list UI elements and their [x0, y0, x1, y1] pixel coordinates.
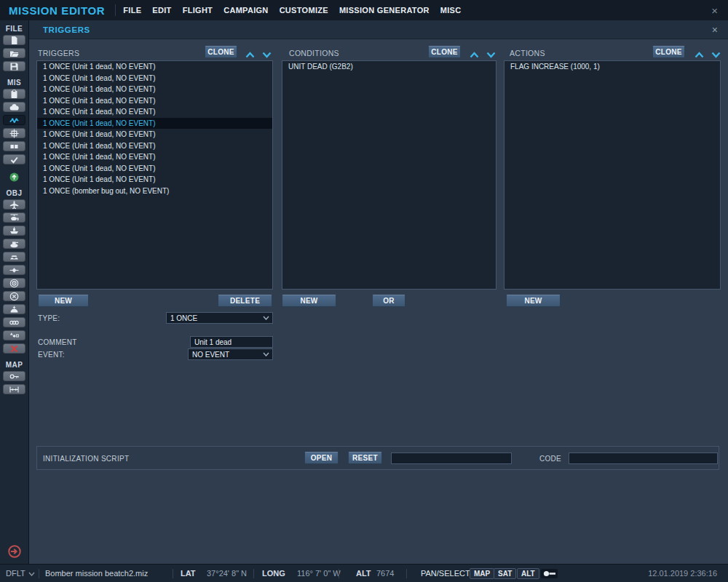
conditions-clone-button[interactable]: CLONE [428, 46, 461, 58]
list-item[interactable]: 1 ONCE (Unit 1 dead, NO EVENT) [37, 84, 272, 95]
long-value: 116° 7' 0" W [297, 565, 341, 582]
comment-label: COMMENT [38, 338, 77, 346]
menu-misc[interactable]: MISC [440, 6, 462, 15]
farp-button[interactable] [3, 304, 25, 314]
titlebar: MISSION EDITOR FILEEDITFLIGHTCAMPAIGNCUS… [0, 0, 728, 20]
airplane-icon [9, 200, 19, 210]
generator-button[interactable] [3, 128, 25, 138]
event-select[interactable]: NO EVENT [188, 348, 273, 360]
event-label: EVENT: [38, 351, 65, 359]
initial-point-button[interactable] [3, 291, 25, 301]
initialization-script-strip: INITIALIZATION SCRIPT OPEN RESET CODE [36, 446, 719, 470]
comment-input[interactable] [190, 336, 273, 348]
panel-close-icon[interactable]: × [712, 24, 718, 36]
type-select-value: 1 ONCE [167, 314, 197, 322]
weather-button[interactable] [3, 102, 25, 112]
triggers-panel: TRIGGERS CLONE 1 ONCE (Unit 1 dead, NO E… [29, 39, 728, 564]
ship-button[interactable] [3, 226, 25, 236]
generator-icon [9, 129, 19, 138]
erase-button[interactable] [3, 343, 25, 354]
map-key-icon [9, 372, 19, 381]
trigger-new-button[interactable]: NEW [38, 295, 89, 307]
window-close-icon[interactable]: × [711, 5, 718, 16]
conditions-move-up-button[interactable] [469, 49, 480, 57]
profile-select[interactable]: DFLT [6, 565, 35, 582]
conditions-column-label: CONDITIONS [289, 49, 339, 57]
list-item[interactable]: 1 ONCE (Unit 1 dead, NO EVENT) [37, 129, 272, 140]
list-item[interactable]: 1 ONCE (bomber bug out, NO EVENT) [37, 186, 272, 197]
new-file-button[interactable] [3, 35, 25, 45]
list-item[interactable]: 1 ONCE (Unit 1 dead, NO EVENT) [37, 151, 272, 163]
sat-layer-button[interactable]: SAT [494, 568, 516, 579]
triggers-button[interactable] [3, 115, 25, 125]
ruler-button[interactable] [3, 384, 25, 394]
conditions-move-down-button[interactable] [486, 49, 496, 57]
list-item[interactable]: 1 ONCE (Unit 1 dead, NO EVENT) [37, 174, 272, 186]
initial-point-icon [9, 292, 19, 301]
sidebar-section-map: MAP [6, 361, 23, 369]
alt-value: 7674 [376, 565, 394, 582]
alt-layer-button[interactable]: ALT [517, 568, 539, 579]
list-item[interactable]: FLAG INCREASE (1000, 1) [505, 61, 720, 73]
list-item[interactable]: UNIT DEAD (G2B2) [282, 61, 496, 73]
shapes-button[interactable] [3, 330, 25, 340]
condition-or-button[interactable]: OR [372, 295, 405, 307]
exit-icon [8, 548, 21, 560]
failures-button[interactable] [3, 141, 25, 151]
action-new-button[interactable]: NEW [506, 295, 561, 307]
list-item[interactable]: 1 ONCE (Unit 1 dead, NO EVENT) [37, 73, 272, 84]
exit-button[interactable] [8, 545, 21, 558]
list-item[interactable]: 1 ONCE (Unit 1 dead, NO EVENT) [37, 163, 272, 175]
menu-customize[interactable]: CUSTOMIZE [280, 6, 328, 15]
pan-select-mode[interactable]: PAN/SELECT [421, 565, 470, 582]
menu-mission-generator[interactable]: MISSION GENERATOR [339, 6, 430, 15]
menu-flight[interactable]: FLIGHT [183, 6, 213, 15]
menu-file[interactable]: FILE [123, 6, 141, 15]
list-item[interactable]: 1 ONCE (Unit 1 dead, NO EVENT) [37, 140, 272, 152]
trigger-delete-button[interactable]: DELETE [218, 295, 272, 307]
column-button[interactable] [3, 317, 25, 327]
chevron-down-icon [263, 316, 269, 320]
trigger-zone-button[interactable] [3, 278, 25, 288]
goals-check-button[interactable] [3, 154, 25, 164]
ruler-icon [9, 385, 19, 394]
map-layer-button[interactable]: MAP [470, 568, 494, 579]
list-item[interactable]: 1 ONCE (Unit 1 dead, NO EVENT) [37, 95, 272, 107]
type-select[interactable]: 1 ONCE [166, 312, 273, 324]
code-label: CODE [539, 455, 561, 463]
helicopter-button[interactable] [3, 212, 25, 223]
labels-toggle-icon[interactable] [541, 569, 558, 580]
actions-move-down-button[interactable] [711, 49, 721, 57]
save-button[interactable] [3, 61, 25, 71]
app-title: MISSION EDITOR [9, 4, 105, 17]
failures-icon [9, 142, 19, 151]
open-folder-button[interactable] [3, 48, 25, 58]
code-input[interactable] [569, 453, 718, 464]
sidebar-section-obj: OBJ [7, 189, 23, 197]
list-item[interactable]: 1 ONCE (Unit 1 dead, NO EVENT) [37, 61, 272, 73]
briefing-button[interactable] [3, 89, 25, 99]
init-file-input[interactable] [391, 453, 512, 464]
actions-move-up-button[interactable] [694, 49, 705, 57]
init-open-button[interactable]: OPEN [304, 452, 339, 464]
triggers-column-label: TRIGGERS [38, 49, 79, 57]
list-item[interactable]: 1 ONCE (Unit 1 dead, NO EVENT) [37, 106, 272, 118]
ground-vehicle-button[interactable] [3, 239, 25, 249]
static-group-button[interactable] [3, 252, 25, 262]
menu-campaign[interactable]: CAMPAIGN [223, 6, 268, 15]
init-reset-button[interactable]: RESET [348, 452, 382, 464]
airplane-button[interactable] [3, 199, 25, 210]
condition-new-button[interactable]: NEW [282, 295, 336, 307]
actions-list: FLAG INCREASE (1000, 1) [504, 60, 721, 290]
goals-check-icon [9, 155, 19, 164]
triggers-move-down-button[interactable] [261, 49, 272, 57]
list-item[interactable]: 1 ONCE (Unit 1 dead, NO EVENT) [37, 118, 272, 129]
menu-edit[interactable]: EDIT [152, 6, 171, 15]
toolbar-sidebar: FILEMISOBJMAP [0, 20, 29, 564]
template-button[interactable] [3, 265, 25, 275]
start-position-button[interactable] [8, 171, 20, 183]
triggers-move-up-button[interactable] [245, 49, 256, 57]
actions-clone-button[interactable]: CLONE [652, 46, 685, 58]
triggers-clone-button[interactable]: CLONE [205, 46, 237, 58]
map-key-button[interactable] [3, 371, 25, 381]
